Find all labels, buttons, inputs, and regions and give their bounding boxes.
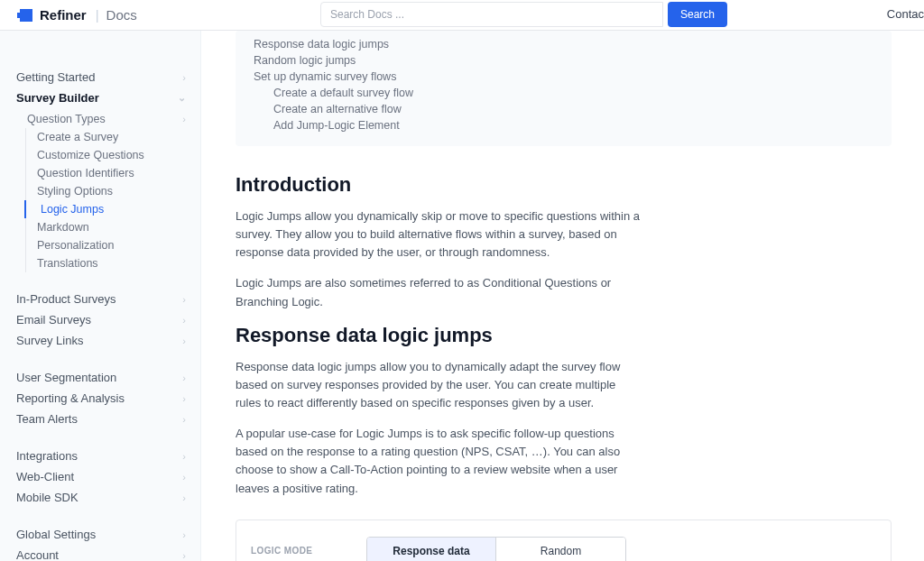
- logic-mode-segmented: Response data Random: [366, 537, 626, 561]
- sidebar-subitem-logic-jumps[interactable]: Logic Jumps: [24, 200, 191, 218]
- refiner-logo-icon: [20, 9, 32, 22]
- toc-link[interactable]: Set up dynamic survey flows: [254, 69, 873, 85]
- brand[interactable]: Refiner | Docs: [20, 7, 137, 23]
- sidebar-item-email-surveys[interactable]: Email Surveys ›: [14, 309, 191, 330]
- sidebar-item-label: Web-Client: [16, 470, 74, 483]
- docs-label: Docs: [106, 7, 137, 23]
- nav-group: In-Product Surveys › Email Surveys › Sur…: [14, 289, 191, 351]
- chevron-down-icon: ⌄: [178, 92, 186, 104]
- table-of-contents: Response data logic jumps Random logic j…: [236, 31, 892, 146]
- toc-link[interactable]: Create an alternative flow: [254, 101, 873, 117]
- sidebar-item-label: Reporting & Analysis: [16, 391, 125, 405]
- sidebar-item-label: Email Surveys: [16, 313, 91, 326]
- search-input[interactable]: [320, 2, 663, 27]
- paragraph: A popular use-case for Logic Jumps is to…: [236, 425, 642, 498]
- sidebar-item-team-alerts[interactable]: Team Alerts ›: [14, 409, 191, 429]
- chevron-right-icon: ›: [182, 294, 186, 305]
- logic-mode-random[interactable]: Random: [496, 538, 625, 561]
- chevron-right-icon: ›: [182, 451, 186, 462]
- sidebar-item-reporting-analysis[interactable]: Reporting & Analysis ›: [14, 388, 191, 409]
- nav-group: Global Settings › Account ›: [14, 524, 191, 561]
- toc-link[interactable]: Create a default survey flow: [254, 85, 873, 101]
- sidebar-item-label: Survey Builder: [16, 91, 99, 105]
- sidebar-subitem-create-survey[interactable]: Create a Survey: [33, 128, 191, 146]
- nav-group: Integrations › Web-Client › Mobile SDK ›: [14, 446, 191, 508]
- sidebar-item-mobile-sdk[interactable]: Mobile SDK ›: [14, 487, 191, 508]
- paragraph: Logic Jumps allow you dynamically skip o…: [236, 207, 642, 262]
- toc-link[interactable]: Response data logic jumps: [254, 36, 873, 52]
- app-header: Refiner | Docs Search Contac: [0, 0, 924, 31]
- sidebar-subitem-translations[interactable]: Translations: [33, 254, 191, 272]
- chevron-right-icon: ›: [182, 114, 186, 124]
- chevron-right-icon: ›: [182, 472, 186, 483]
- section-title-introduction: Introduction: [236, 173, 892, 197]
- section-title-response-data: Response data logic jumps: [236, 324, 892, 347]
- chevron-right-icon: ›: [182, 315, 186, 326]
- sidebar-item-global-settings[interactable]: Global Settings ›: [14, 524, 191, 545]
- sidebar-item-survey-builder[interactable]: Survey Builder ⌄: [14, 87, 191, 108]
- chevron-right-icon: ›: [182, 372, 186, 383]
- brand-separator: |: [96, 7, 99, 23]
- sidebar-item-survey-links[interactable]: Survey Links ›: [14, 330, 191, 351]
- chevron-right-icon: ›: [182, 72, 186, 83]
- sidebar-item-label: User Segmentation: [16, 371, 116, 384]
- paragraph: Response data logic jumps allow you to d…: [236, 358, 642, 412]
- chevron-right-icon: ›: [182, 336, 186, 346]
- sidebar-item-user-segmentation[interactable]: User Segmentation ›: [14, 367, 191, 388]
- sidebar-item-label: In-Product Surveys: [16, 292, 116, 306]
- logic-mode-label: LOGIC MODE: [251, 546, 366, 556]
- sidebar-item-in-product-surveys[interactable]: In-Product Surveys ›: [14, 289, 191, 309]
- sidebar-item-label: Global Settings: [16, 528, 96, 541]
- sidebar-item-label: Team Alerts: [16, 412, 78, 426]
- search-bar: Search: [320, 2, 727, 27]
- sidebar-subitem-customize-questions[interactable]: Customize Questions: [33, 146, 191, 164]
- sidebar-item-label: Question Types: [27, 113, 106, 125]
- toc-link[interactable]: Random logic jumps: [254, 52, 873, 69]
- logic-jump-config-panel: LOGIC MODE Response data Random JUMP RUL…: [236, 520, 892, 561]
- sidebar-item-label: Mobile SDK: [16, 491, 79, 504]
- brand-name: Refiner: [40, 7, 87, 23]
- sidebar-subitem-personalization[interactable]: Personalization: [33, 236, 191, 254]
- sidebar-item-integrations[interactable]: Integrations ›: [14, 446, 191, 466]
- nav-group: User Segmentation › Reporting & Analysis…: [14, 367, 191, 429]
- sidebar: Getting Started › Survey Builder ⌄ Quest…: [0, 31, 201, 561]
- sidebar-submenu: Question Types › Create a Survey Customi…: [23, 110, 191, 272]
- main-content: Response data logic jumps Random logic j…: [201, 31, 924, 561]
- sidebar-item-getting-started[interactable]: Getting Started ›: [14, 67, 191, 87]
- chevron-right-icon: ›: [182, 414, 186, 425]
- sidebar-item-label: Integrations: [16, 449, 78, 463]
- sidebar-subitem-question-identifiers[interactable]: Question Identifiers: [33, 164, 191, 182]
- sidebar-item-label: Getting Started: [16, 70, 95, 84]
- sidebar-item-label: Survey Links: [16, 334, 83, 347]
- search-button[interactable]: Search: [668, 2, 727, 27]
- sidebar-item-account[interactable]: Account ›: [14, 545, 191, 561]
- sidebar-item-label: Account: [16, 548, 59, 561]
- nav-group: Getting Started › Survey Builder ⌄ Quest…: [14, 67, 191, 272]
- chevron-right-icon: ›: [182, 393, 186, 404]
- chevron-right-icon: ›: [182, 529, 186, 540]
- chevron-right-icon: ›: [182, 550, 186, 561]
- sidebar-subitem-styling-options[interactable]: Styling Options: [33, 182, 191, 200]
- chevron-right-icon: ›: [182, 492, 186, 503]
- sidebar-subitem-question-types[interactable]: Question Types ›: [23, 110, 191, 128]
- sidebar-item-web-client[interactable]: Web-Client ›: [14, 466, 191, 487]
- sidebar-subitem-markdown[interactable]: Markdown: [33, 218, 191, 236]
- logic-mode-response-data[interactable]: Response data: [367, 538, 496, 561]
- paragraph: Logic Jumps are also sometimes referred …: [236, 274, 642, 310]
- contact-link[interactable]: Contac: [887, 7, 924, 21]
- toc-link[interactable]: Add Jump-Logic Element: [254, 117, 873, 133]
